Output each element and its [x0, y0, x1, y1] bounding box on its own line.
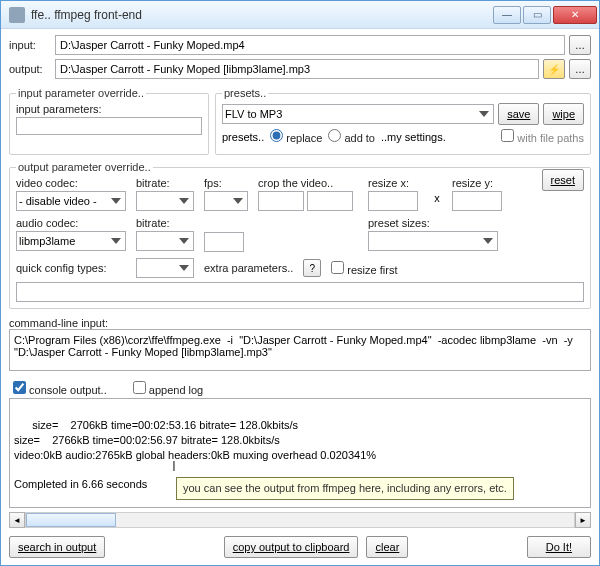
- input-params-label: input parameters:: [16, 103, 202, 115]
- close-button[interactable]: ✕: [553, 6, 597, 24]
- console-output-text: size= 2706kB time=00:02:53.16 bitrate= 1…: [14, 419, 376, 490]
- output-override-legend: output parameter override..: [16, 161, 153, 173]
- resizey-field[interactable]: [452, 191, 502, 211]
- chevron-left-icon: ◄: [13, 516, 21, 525]
- output-action-button[interactable]: ⚡: [543, 59, 565, 79]
- resizex-label: resize x:: [368, 177, 422, 189]
- preset-sizes-label: preset sizes:: [368, 217, 498, 229]
- preset-sizes-select[interactable]: [368, 231, 498, 251]
- tooltip: you can see the output from ffmpeg here,…: [176, 477, 514, 500]
- cmdline-field[interactable]: C:\Program Files (x86)\corz\ffe\ffmpeg.e…: [9, 329, 591, 371]
- x-separator: x: [434, 192, 440, 204]
- app-icon: [9, 7, 25, 23]
- replace-radio[interactable]: [270, 129, 283, 142]
- output-label: output:: [9, 63, 51, 75]
- abitrate-extra-field[interactable]: [204, 232, 244, 252]
- presets-legend: presets..: [222, 87, 268, 99]
- crop-h-field[interactable]: [307, 191, 353, 211]
- scroll-left-button[interactable]: ◄: [9, 512, 25, 528]
- crop-w-field[interactable]: [258, 191, 304, 211]
- quick-config-label: quick config types:: [16, 262, 126, 274]
- addto-radio[interactable]: [328, 129, 341, 142]
- presets-prefix-label: presets..: [222, 131, 264, 143]
- acodec-label: audio codec:: [16, 217, 126, 229]
- with-file-paths-label[interactable]: with file paths: [501, 129, 584, 144]
- maximize-button[interactable]: ▭: [523, 6, 551, 24]
- cmdline-label: command-line input:: [9, 317, 108, 329]
- chevron-right-icon: ►: [579, 516, 587, 525]
- vbitrate-label: bitrate:: [136, 177, 194, 189]
- do-it-button[interactable]: Do It!: [527, 536, 591, 558]
- crop-label: crop the video..: [258, 177, 358, 189]
- fps-select[interactable]: [204, 191, 248, 211]
- lightning-icon: ⚡: [548, 64, 560, 75]
- question-icon: ?: [309, 263, 315, 274]
- console-output-check[interactable]: [13, 381, 26, 394]
- input-path-field[interactable]: [55, 35, 565, 55]
- append-log-check[interactable]: [133, 381, 146, 394]
- wipe-button[interactable]: wipe: [543, 103, 584, 125]
- window-title: ffe.. ffmpeg front-end: [31, 8, 491, 22]
- acodec-select[interactable]: libmp3lame: [16, 231, 126, 251]
- resize-first-label[interactable]: resize first: [331, 261, 397, 276]
- search-in-output-button[interactable]: search in output: [9, 536, 105, 558]
- extra-params-label: extra parameters..: [204, 262, 293, 274]
- quick-config-select[interactable]: [136, 258, 194, 278]
- preset-select[interactable]: FLV to MP3: [222, 104, 494, 124]
- text-cursor-icon: I: [172, 457, 176, 476]
- abitrate-select[interactable]: [136, 231, 194, 251]
- scroll-thumb[interactable]: [26, 513, 116, 527]
- input-browse-button[interactable]: …: [569, 35, 591, 55]
- copy-output-button[interactable]: copy output to clipboard: [224, 536, 359, 558]
- vcodec-select[interactable]: - disable video -: [16, 191, 126, 211]
- resizex-field[interactable]: [368, 191, 418, 211]
- with-file-paths-check[interactable]: [501, 129, 514, 142]
- console-output-label[interactable]: console output..: [13, 381, 107, 396]
- fps-label: fps:: [204, 177, 248, 189]
- vcodec-label: video codec:: [16, 177, 126, 189]
- input-label: input:: [9, 39, 51, 51]
- input-override-legend: input parameter override..: [16, 87, 146, 99]
- console-output-box[interactable]: size= 2706kB time=00:02:53.16 bitrate= 1…: [9, 398, 591, 508]
- ellipsis-icon: …: [575, 40, 585, 51]
- save-button[interactable]: save: [498, 103, 539, 125]
- titlebar: ffe.. ffmpeg front-end — ▭ ✕: [1, 1, 599, 29]
- resizey-label: resize y:: [452, 177, 506, 189]
- h-scrollbar[interactable]: ◄ ►: [9, 512, 591, 528]
- clear-button[interactable]: clear: [366, 536, 408, 558]
- input-params-field[interactable]: [16, 117, 202, 135]
- scroll-track[interactable]: [25, 512, 575, 528]
- presets-suffix-label: ..my settings.: [381, 131, 446, 143]
- output-path-field[interactable]: [55, 59, 539, 79]
- ellipsis-icon: …: [575, 64, 585, 75]
- reset-button[interactable]: reset: [542, 169, 584, 191]
- help-button[interactable]: ?: [303, 259, 321, 277]
- addto-radio-label[interactable]: add to: [328, 129, 375, 144]
- abitrate-label: bitrate:: [136, 217, 194, 229]
- output-browse-button[interactable]: …: [569, 59, 591, 79]
- scroll-right-button[interactable]: ►: [575, 512, 591, 528]
- minimize-button[interactable]: —: [493, 6, 521, 24]
- resize-first-check[interactable]: [331, 261, 344, 274]
- extra-params-field[interactable]: [16, 282, 584, 302]
- replace-radio-label[interactable]: replace: [270, 129, 322, 144]
- vbitrate-select[interactable]: [136, 191, 194, 211]
- append-log-label[interactable]: append log: [133, 381, 204, 396]
